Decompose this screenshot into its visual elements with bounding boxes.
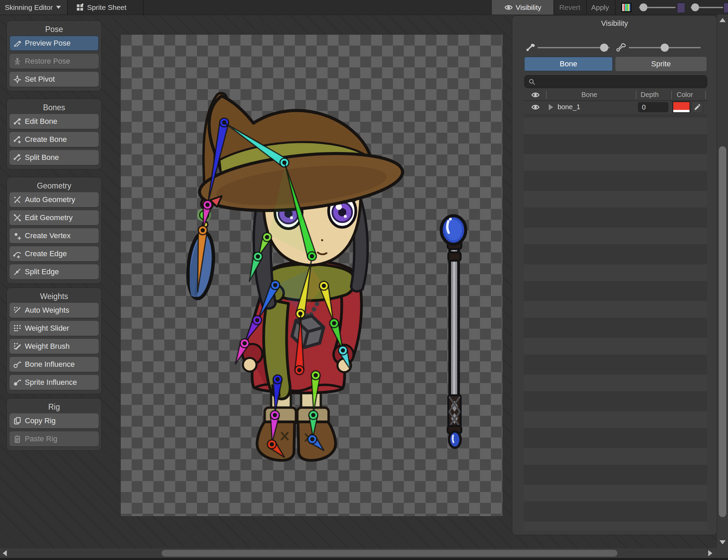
bone-table-row[interactable]: bone_1 0 bbox=[524, 100, 707, 114]
skinning-editor-label: Skinning Editor bbox=[5, 3, 53, 12]
horizontal-scrollbar[interactable] bbox=[0, 548, 717, 558]
sprite-opacity-slider-knob2[interactable] bbox=[661, 44, 669, 52]
character-sprite[interactable] bbox=[121, 35, 502, 516]
sprite-opacity-icon bbox=[616, 43, 626, 52]
tab-sprite[interactable]: Sprite bbox=[615, 57, 707, 71]
bone-search-field[interactable] bbox=[524, 75, 707, 88]
visibility-toggle-button[interactable]: Visibility bbox=[492, 0, 553, 15]
weight-slider-label: Weight Slider bbox=[25, 324, 69, 333]
split-bone-label: Split Bone bbox=[25, 153, 59, 162]
bones-panel: Bones Edit Bone Create Bone Split Bone bbox=[6, 99, 102, 169]
bone-name-label[interactable]: bone_1 bbox=[558, 103, 580, 111]
restore-pose-label: Restore Pose bbox=[25, 57, 70, 66]
copy-rig-icon bbox=[13, 416, 22, 425]
preview-pose-button[interactable]: Preview Pose bbox=[10, 36, 99, 51]
toolbar-divider bbox=[615, 0, 616, 15]
skinning-editor-window: Skinning Editor Sprite Sheet Visibility … bbox=[0, 0, 728, 560]
tab-sprite-label: Sprite bbox=[651, 60, 671, 68]
bone-opacity-icon bbox=[526, 43, 535, 52]
auto-weights-icon bbox=[13, 306, 22, 315]
eyedropper-icon bbox=[693, 103, 701, 111]
bone-depth-input[interactable]: 0 bbox=[638, 102, 668, 112]
weight-brush-button[interactable]: Weight Brush bbox=[10, 339, 99, 354]
set-pivot-icon bbox=[13, 75, 22, 84]
auto-geometry-icon bbox=[13, 195, 22, 204]
sprite-sheet-button[interactable]: Sprite Sheet bbox=[76, 0, 127, 15]
revert-button[interactable]: Revert bbox=[553, 0, 586, 15]
set-pivot-button[interactable]: Set Pivot bbox=[10, 72, 99, 87]
vertical-scrollbar[interactable] bbox=[717, 15, 728, 558]
column-divider bbox=[636, 91, 636, 99]
create-bone-label: Create Bone bbox=[25, 135, 67, 144]
sprite-color-palette-icon[interactable] bbox=[621, 3, 631, 12]
weights-panel-title: Weights bbox=[10, 291, 99, 303]
rig-panel-title: Rig bbox=[10, 402, 99, 413]
toolbar-divider bbox=[143, 0, 144, 15]
bone-opacity-slider-knob[interactable] bbox=[600, 44, 608, 52]
tab-bone[interactable]: Bone bbox=[524, 57, 613, 71]
horizontal-scrollbar-thumb[interactable] bbox=[162, 550, 617, 557]
bone-opacity-slider-track[interactable] bbox=[537, 47, 610, 48]
split-edge-icon bbox=[13, 267, 22, 276]
sprite-sheet-icon bbox=[76, 3, 84, 12]
restore-pose-icon bbox=[13, 57, 22, 66]
sprite-influence-button[interactable]: Sprite Influence bbox=[10, 375, 99, 390]
weight-slider-icon bbox=[13, 324, 22, 333]
scroll-right-arrow-icon[interactable] bbox=[708, 550, 712, 556]
bone-influence-icon bbox=[13, 360, 22, 369]
scroll-left-arrow-icon[interactable] bbox=[3, 550, 7, 556]
auto-geometry-button[interactable]: Auto Geometry bbox=[10, 192, 99, 207]
geometry-panel: Geometry Auto Geometry Edit Geometry Cre… bbox=[6, 177, 102, 284]
visibility-panel-title: Visibility bbox=[512, 19, 717, 28]
bone-list-empty-rows[interactable] bbox=[524, 114, 707, 531]
auto-weights-button[interactable]: Auto Weights bbox=[10, 303, 99, 318]
sprite-texture-icon bbox=[677, 3, 685, 13]
split-bone-button[interactable]: Split Bone bbox=[10, 150, 99, 165]
bone-influence-button[interactable]: Bone Influence bbox=[10, 357, 99, 372]
skinning-editor-dropdown[interactable]: Skinning Editor bbox=[0, 0, 67, 15]
sprite-opacity-slider-knob[interactable] bbox=[640, 3, 647, 11]
create-vertex-button[interactable]: Create Vertex bbox=[10, 228, 99, 243]
depth-column-header[interactable]: Depth bbox=[641, 91, 659, 99]
color-column-header[interactable]: Color bbox=[677, 91, 693, 99]
edit-geometry-button[interactable]: Edit Geometry bbox=[10, 210, 99, 225]
create-edge-button[interactable]: Create Edge bbox=[10, 246, 99, 261]
tab-bone-label: Bone bbox=[560, 60, 577, 68]
paste-rig-button[interactable]: Paste Rig bbox=[10, 431, 99, 446]
bone-table-header: Bone Depth Color bbox=[524, 89, 707, 101]
bone-column-header[interactable]: Bone bbox=[581, 91, 597, 99]
bone-color-swatch[interactable] bbox=[673, 101, 690, 113]
vertical-scrollbar-thumb[interactable] bbox=[719, 146, 726, 517]
create-bone-button[interactable]: Create Bone bbox=[10, 132, 99, 147]
bone-visibility-eye-icon[interactable] bbox=[531, 103, 540, 112]
copy-rig-button[interactable]: Copy Rig bbox=[10, 413, 99, 428]
rig-panel: Rig Copy Rig Paste Rig bbox=[6, 398, 102, 451]
weight-slider-button[interactable]: Weight Slider bbox=[10, 321, 99, 336]
window-bottom-edge bbox=[0, 558, 728, 560]
split-edge-label: Split Edge bbox=[25, 267, 59, 276]
overlay-texture-icon bbox=[724, 3, 728, 13]
restore-pose-button[interactable]: Restore Pose bbox=[10, 54, 99, 69]
search-input[interactable] bbox=[535, 78, 700, 86]
preview-pose-icon bbox=[13, 39, 22, 48]
auto-geometry-label: Auto Geometry bbox=[25, 195, 75, 204]
expand-chevron-icon[interactable] bbox=[549, 104, 553, 110]
scroll-down-arrow-icon[interactable] bbox=[719, 540, 726, 544]
chevron-down-icon bbox=[56, 6, 61, 9]
edit-bone-button[interactable]: Edit Bone bbox=[10, 114, 99, 129]
eyedropper-button[interactable] bbox=[692, 101, 703, 113]
pose-panel-title: Pose bbox=[10, 24, 99, 36]
split-edge-button[interactable]: Split Edge bbox=[10, 264, 99, 279]
overlay-opacity-slider-knob[interactable] bbox=[691, 3, 699, 11]
apply-button[interactable]: Apply bbox=[586, 0, 614, 15]
set-pivot-label: Set Pivot bbox=[25, 75, 55, 84]
search-icon bbox=[528, 78, 535, 85]
toolbar-divider bbox=[67, 0, 68, 15]
scroll-up-arrow-icon[interactable] bbox=[719, 18, 726, 22]
copy-rig-label: Copy Rig bbox=[25, 416, 55, 425]
create-vertex-label: Create Vertex bbox=[25, 231, 71, 240]
paste-rig-icon bbox=[13, 434, 22, 443]
weights-panel: Weights Auto Weights Weight Slider Weigh… bbox=[6, 287, 102, 394]
sprite-sheet-label: Sprite Sheet bbox=[87, 3, 127, 12]
auto-weights-label: Auto Weights bbox=[25, 306, 69, 315]
